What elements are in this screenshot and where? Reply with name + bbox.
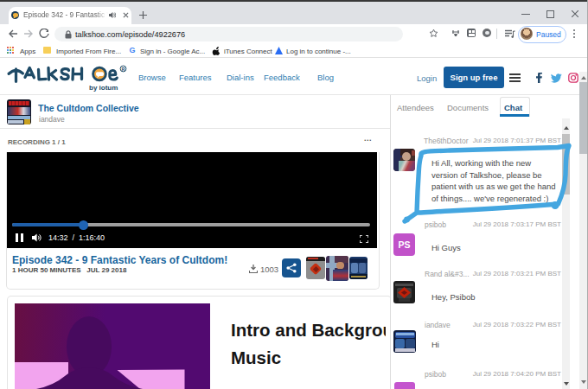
svg-text:R: R xyxy=(122,67,125,72)
